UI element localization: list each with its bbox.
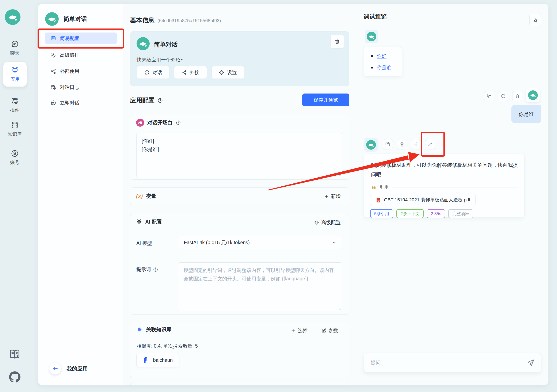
nav-item-external-use[interactable]: 外部使用 (45, 65, 117, 77)
app-avatar (137, 37, 150, 50)
save-and-preview-button[interactable]: 保存并预览 (302, 94, 349, 106)
send-button[interactable] (527, 359, 535, 367)
rail-item-plugins[interactable]: 插件 (0, 97, 30, 113)
puzzle-icon (11, 97, 19, 105)
app-config-title: 应用配置 (130, 96, 155, 105)
edit-response-button[interactable] (425, 139, 435, 149)
variables-card: (x) 变量 新增 (130, 188, 349, 205)
basic-info-header: 基本信息 (64cdb319a875a1515568bf93) (130, 16, 221, 24)
copy-message-button[interactable] (484, 91, 494, 101)
knowledge-base-card: 关联知识库 选择 参数 相似度: 0.4, 单次搜索数量: 5 baichaun (130, 322, 349, 378)
add-variable-button[interactable]: 新增 (324, 193, 341, 200)
rail-item-account[interactable]: 账号 (0, 149, 30, 166)
back-button[interactable] (49, 363, 61, 375)
bot-avatar (365, 30, 378, 43)
settings-action-button[interactable]: 设置 (212, 66, 244, 79)
latency-badge[interactable]: 2.85s (427, 209, 445, 218)
help-icon[interactable] (153, 267, 158, 272)
opening-textarea-wrap: [你好] [你是谁] (136, 133, 342, 178)
chevron-down-icon (332, 240, 337, 245)
citation-file-chip[interactable]: GBT 15104-2021 装饰单板贴面人造板.pdf (370, 194, 475, 206)
book-icon (9, 348, 21, 360)
clear-chat-button[interactable] (529, 14, 541, 26)
welcome-link[interactable]: 你是谁 (377, 64, 391, 71)
welcome-message-card: 你好 你是谁 (364, 47, 402, 77)
prompt-textarea[interactable]: 模型固定的引导词，通过调整该内容，可以引导模型聊天方向。该内容会被固定在上下文的… (178, 263, 342, 311)
delete-app-button[interactable] (330, 35, 344, 49)
welcome-link[interactable]: 你好 (377, 53, 386, 59)
opening-title: 对话开场白 (147, 119, 173, 126)
chat-action-button[interactable]: 对话 (137, 66, 170, 79)
ai-config-header: AI 配置 (136, 219, 162, 225)
copy-icon (385, 142, 391, 147)
nav-item-advanced-orchestration[interactable]: 高级编排 (45, 49, 117, 61)
resize-handle[interactable] (338, 173, 341, 177)
rail-item-apps[interactable]: 应用 (3, 62, 27, 87)
chat-input[interactable]: 提问 (364, 353, 541, 372)
trash-icon (335, 39, 340, 44)
kb-title: 关联知识库 (146, 326, 171, 333)
advanced-config-button[interactable]: 高级配置 (314, 219, 341, 226)
user-message-bubble: 你是谁 (511, 105, 541, 123)
copy-icon (487, 94, 492, 99)
github-button[interactable] (9, 371, 21, 383)
kb-dataset-chip[interactable]: baichaun (136, 353, 179, 367)
rail-item-label: 账号 (10, 159, 19, 166)
gear-icon (314, 220, 319, 225)
delete-message-button[interactable] (512, 91, 522, 101)
button-label: 对话 (152, 69, 162, 76)
opening-textarea[interactable]: [你好] [你是谁] (137, 133, 342, 178)
nav-item-chat-logs[interactable]: 对话日志 (45, 82, 117, 93)
citation-file-name: GBT 15104-2021 装饰单板贴面人造板.pdf (384, 197, 470, 203)
chat-input-placeholder: 提问 (371, 359, 527, 366)
robot-icon (136, 219, 142, 225)
external-action-button[interactable]: 外接 (174, 66, 207, 79)
read-aloud-button[interactable] (411, 139, 421, 149)
kb-params-button[interactable]: 参数 (321, 327, 338, 334)
context-badge[interactable]: 2条上下文 (396, 209, 424, 218)
kb-actions: 选择 参数 (291, 327, 338, 334)
app-actions: 对话 外接 设置 (137, 66, 244, 79)
rail-item-knowledge[interactable]: 知识库 (0, 121, 30, 138)
resize-handle[interactable] (338, 307, 341, 310)
delete-response-button[interactable] (397, 139, 407, 149)
user-avatar-icon (528, 90, 538, 100)
help-icon[interactable] (157, 98, 163, 103)
nav-item-simple-config[interactable]: 简易配置 (45, 33, 117, 44)
help-icon[interactable] (176, 120, 181, 125)
trash-icon (399, 142, 405, 147)
ai-model-select[interactable]: FastAI-4k (0.015 元/1k tokens) (178, 236, 342, 249)
back-to-my-apps[interactable]: 我的应用 (49, 363, 88, 375)
calendar-log-icon (50, 84, 56, 90)
citations-badge[interactable]: 5条引用 (370, 209, 393, 218)
left-rail: 聊天 应用 插件 知识库 账号 (0, 0, 38, 392)
app-config-header: 应用配置 (130, 96, 163, 105)
variables-title: 变量 (146, 193, 156, 199)
debug-preview-column: 调试预览 你好 你是谁 (356, 4, 548, 385)
kb-params-label: 参数 (328, 327, 338, 334)
chat-bubble-icon (144, 70, 149, 75)
full-response-badge[interactable]: 完整响应 (448, 209, 473, 218)
plus-icon (324, 194, 329, 199)
edit-square-icon (321, 328, 326, 333)
bot-avatar-icon (367, 32, 376, 41)
button-label: 设置 (227, 69, 237, 76)
back-label: 我的应用 (67, 365, 88, 372)
app-id: (64cdb319a875a1515568bf93) (157, 18, 221, 24)
copy-response-button[interactable] (383, 139, 393, 149)
text-caret (370, 359, 370, 367)
kb-select-button[interactable]: 选择 (291, 327, 308, 334)
kb-dataset-name: baichaun (153, 357, 173, 363)
rail-item-chat[interactable]: 聊天 (0, 40, 30, 56)
nav-item-chat-now[interactable]: 立即对话 (45, 97, 117, 108)
app-description: 快来给应用一个介绍~ (137, 57, 183, 63)
quote-icon (371, 185, 377, 190)
paper-plane-icon (527, 359, 535, 367)
prompt-label: 提示词 (136, 266, 158, 273)
brand-logo[interactable] (5, 9, 20, 25)
button-label: 外接 (190, 69, 199, 76)
retry-message-button[interactable] (498, 91, 508, 101)
app-nav-sidebar: 简单对话 简易配置 高级编排 外部使用 对话日志 立即对话 (38, 4, 123, 385)
bullet-dot (371, 55, 373, 57)
docs-button[interactable] (9, 348, 21, 360)
